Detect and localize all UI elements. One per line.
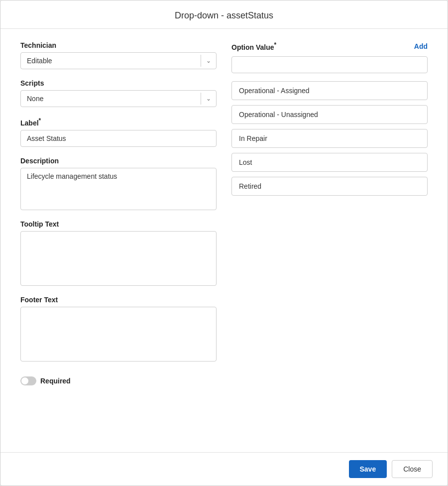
tooltip-group: Tooltip Text (20, 220, 217, 286)
option-item-4[interactable]: Lost (231, 153, 428, 172)
add-link[interactable]: Add (414, 42, 428, 50)
scripts-select[interactable]: None Script 1 Script 2 (21, 91, 201, 107)
footer-text-group: Footer Text (20, 296, 217, 362)
scripts-chevron-icon: ⌄ (201, 95, 216, 102)
footer-textarea[interactable] (20, 307, 217, 362)
required-toggle-wrapper[interactable] (20, 376, 36, 385)
tooltip-textarea[interactable] (20, 231, 217, 286)
technician-label: Technician (20, 41, 217, 49)
footer-text-label: Footer Text (20, 296, 217, 304)
option-item-1[interactable]: Operational - Assigned (231, 81, 428, 100)
modal-container: Drop-down - assetStatus Technician Edita… (0, 0, 448, 486)
scripts-select-wrapper[interactable]: None Script 1 Script 2 ⌄ (20, 90, 217, 107)
option-value-header: Option Value* Add (231, 41, 428, 51)
label-group: Label* (20, 117, 217, 147)
description-textarea[interactable]: Lifecycle management status (20, 168, 217, 210)
option-value-input[interactable] (231, 56, 428, 73)
modal-body: Technician Editable Read Only Hidden ⌄ S… (0, 29, 448, 452)
modal-footer: Save Close (0, 452, 448, 486)
required-row: Required (20, 376, 217, 385)
modal-title: Drop-down - assetStatus (175, 10, 273, 20)
option-value-input-wrapper (231, 56, 428, 73)
option-value-label: Option Value* (231, 41, 276, 51)
technician-select[interactable]: Editable Read Only Hidden (21, 53, 201, 69)
label-field-label: Label* (20, 117, 217, 127)
scripts-label: Scripts (20, 79, 217, 87)
technician-group: Technician Editable Read Only Hidden ⌄ (20, 41, 217, 69)
description-group: Description Lifecycle management status (20, 157, 217, 210)
form-layout: Technician Editable Read Only Hidden ⌄ S… (20, 41, 428, 440)
save-button[interactable]: Save (349, 460, 387, 478)
scripts-group: Scripts None Script 1 Script 2 ⌄ (20, 79, 217, 107)
option-item-2[interactable]: Operational - Unassigned (231, 105, 428, 124)
required-label: Required (40, 377, 71, 385)
description-label: Description (20, 157, 217, 165)
tooltip-label: Tooltip Text (20, 220, 217, 228)
close-button[interactable]: Close (392, 460, 433, 478)
option-item-5[interactable]: Retired (231, 177, 428, 196)
technician-select-wrapper[interactable]: Editable Read Only Hidden ⌄ (20, 52, 217, 69)
technician-chevron-icon: ⌄ (201, 57, 216, 64)
required-toggle[interactable] (20, 376, 36, 385)
right-column: Option Value* Add Operational - Assigned… (231, 41, 428, 440)
option-item-3[interactable]: In Repair (231, 129, 428, 148)
label-input[interactable] (20, 130, 217, 147)
left-column: Technician Editable Read Only Hidden ⌄ S… (20, 41, 217, 440)
modal-header: Drop-down - assetStatus (0, 0, 448, 29)
